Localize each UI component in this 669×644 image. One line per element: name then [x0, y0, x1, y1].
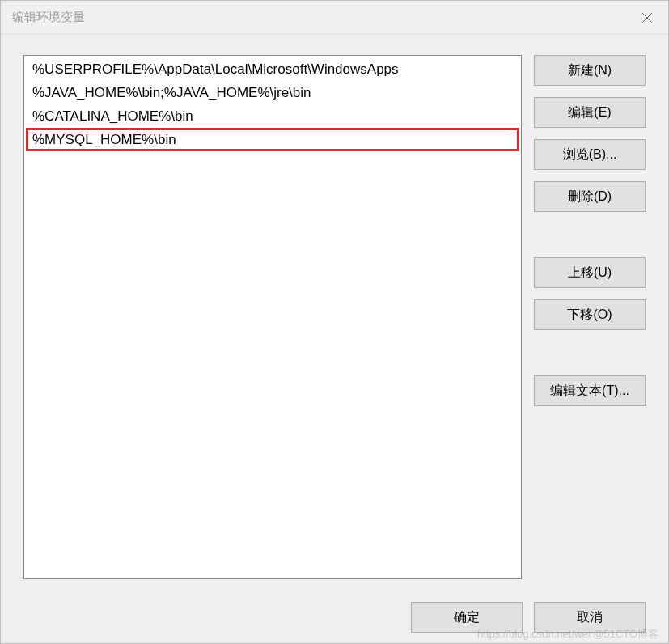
move-up-button[interactable]: 上移(U) — [534, 257, 646, 288]
new-button[interactable]: 新建(N) — [534, 55, 646, 86]
list-item[interactable]: %CATALINA_HOME%\bin — [26, 104, 519, 128]
spacer — [534, 223, 646, 257]
dialog-content: %USERPROFILE%\AppData\Local\Microsoft\Wi… — [1, 35, 668, 591]
env-var-dialog: 编辑环境变量 %USERPROFILE%\AppData\Local\Micro… — [0, 0, 669, 644]
ok-button[interactable]: 确定 — [411, 602, 523, 633]
titlebar: 编辑环境变量 — [1, 1, 668, 35]
list-item[interactable]: %USERPROFILE%\AppData\Local\Microsoft\Wi… — [26, 57, 519, 81]
spacer — [534, 341, 646, 375]
edit-button[interactable]: 编辑(E) — [534, 97, 646, 128]
dialog-title: 编辑环境变量 — [12, 10, 85, 25]
edit-text-button[interactable]: 编辑文本(T)... — [534, 375, 646, 406]
dialog-footer: 确定 取消 https://blog.csdn.net/wei @51CTO博客 — [1, 591, 668, 643]
button-sidebar: 新建(N) 编辑(E) 浏览(B)... 删除(D) 上移(U) 下移(O) 编… — [534, 55, 646, 579]
move-down-button[interactable]: 下移(O) — [534, 299, 646, 330]
path-listbox[interactable]: %USERPROFILE%\AppData\Local\Microsoft\Wi… — [23, 55, 522, 579]
list-item[interactable]: %JAVA_HOME%\bin;%JAVA_HOME%\jre\bin — [26, 81, 519, 104]
close-icon — [641, 12, 653, 23]
close-button[interactable] — [626, 1, 668, 35]
list-item[interactable]: %MYSQL_HOME%\bin — [26, 128, 519, 151]
cancel-button[interactable]: 取消 — [534, 602, 646, 633]
browse-button[interactable]: 浏览(B)... — [534, 139, 646, 170]
delete-button[interactable]: 删除(D) — [534, 181, 646, 212]
